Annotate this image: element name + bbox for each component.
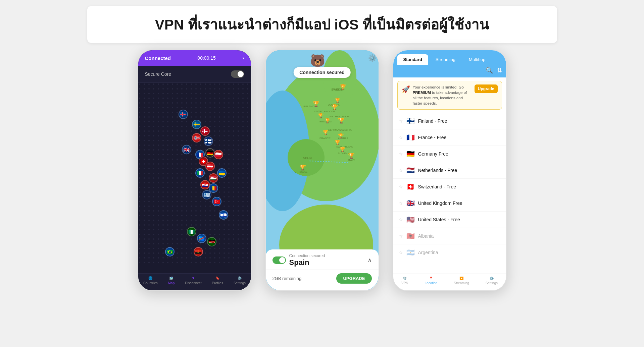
server-item-netherlands[interactable]: ☆ 🇳🇱 Netherlands - Free bbox=[393, 162, 506, 179]
server-item-germany[interactable]: ☆ 🇩🇪 Germany Free bbox=[393, 146, 506, 162]
tab-standard[interactable]: Standard bbox=[397, 54, 428, 65]
flag-ukraine: 🇺🇦 bbox=[217, 168, 227, 178]
connection-badge-text: Connection secured bbox=[299, 70, 345, 75]
svg-text:⚙️: ⚙️ bbox=[368, 54, 377, 62]
server-name-netherlands: Netherlands - Free bbox=[418, 168, 501, 173]
server-item-us[interactable]: ☆ 🇺🇸 United States - Free bbox=[393, 212, 506, 228]
chevron-up-icon[interactable]: ∧ bbox=[367, 256, 372, 264]
star-albania[interactable]: ☆ bbox=[399, 233, 403, 239]
flag-croatia: 🇭🇷 bbox=[200, 180, 210, 189]
phone1-status-bar: Connected 00:00:15 › bbox=[138, 50, 251, 66]
svg-text:🏆: 🏆 bbox=[318, 113, 324, 119]
nav-settings[interactable]: ⚙️ Settings bbox=[234, 276, 246, 285]
p3-nav-location[interactable]: 📍 Location bbox=[425, 277, 438, 285]
rocket-icon: 🚀 bbox=[402, 85, 410, 93]
nav-countries-label: Countries bbox=[143, 281, 158, 285]
nav-profiles[interactable]: 🔖 Profiles bbox=[212, 276, 223, 285]
flag-argentina-list: 🇦🇷 bbox=[406, 248, 415, 256]
star-netherlands[interactable]: ☆ bbox=[399, 168, 403, 173]
svg-text:🏆: 🏆 bbox=[348, 153, 355, 159]
star-us[interactable]: ☆ bbox=[399, 217, 403, 222]
flag-iceland: 🇮🇸 bbox=[179, 110, 188, 119]
secure-core-row: Secure Core bbox=[138, 66, 251, 83]
svg-text:FRANCE: FRANCE bbox=[319, 137, 331, 140]
flag-us-list: 🇺🇸 bbox=[406, 216, 415, 224]
page-header: VPN ที่เราแนะนำต่างก็มีแอป iOS ที่เป็นมิ… bbox=[87, 6, 557, 43]
secure-core-toggle[interactable] bbox=[231, 70, 244, 78]
phones-container: Connected 00:00:15 › Secure Core 🇮🇸 🇸🇪 🇩… bbox=[0, 50, 644, 291]
phone2-connection-info: Connection secured Spain ∧ bbox=[266, 249, 379, 270]
star-argentina[interactable]: ☆ bbox=[399, 250, 403, 255]
server-name-argentina: Argentina bbox=[418, 250, 501, 255]
flag-africa2: 🇰🇪 bbox=[207, 237, 216, 246]
vpn-toggle[interactable] bbox=[273, 256, 286, 264]
upgrade-small-button[interactable]: Upgrade bbox=[475, 84, 498, 93]
nav-countries[interactable]: 🌐 Countries bbox=[143, 276, 158, 285]
premium-text-start: Your experience is limited. Go bbox=[413, 85, 464, 89]
flag-switzerland-list: 🇨🇭 bbox=[406, 183, 415, 191]
server-item-switzerland[interactable]: ☆ 🇨🇭 Switzerland - Free bbox=[393, 179, 506, 195]
flag-uk-list: 🇬🇧 bbox=[406, 199, 415, 207]
star-uk[interactable]: ☆ bbox=[399, 200, 403, 206]
tab-streaming[interactable]: Streaming bbox=[430, 54, 461, 65]
tab-multihop[interactable]: Multihop bbox=[463, 54, 491, 65]
svg-text:SPAIN: SPAIN bbox=[303, 157, 312, 160]
flag-italy: 🇮🇹 bbox=[195, 168, 205, 178]
star-switzerland[interactable]: ☆ bbox=[399, 184, 403, 189]
server-item-finland[interactable]: ☆ 🇫🇮 Finland - Free bbox=[393, 113, 506, 129]
connection-secured-badge: Connection secured bbox=[293, 67, 351, 78]
premium-text: Your experience is limited. Go PREMIUM t… bbox=[413, 84, 472, 106]
phone3-tabs-bar: Standard Streaming Multihop bbox=[393, 50, 506, 65]
server-item-uk[interactable]: ☆ 🇬🇧 United Kingdom Free bbox=[393, 195, 506, 212]
nav-map[interactable]: 🗺️ Map bbox=[168, 276, 175, 285]
star-finland[interactable]: ☆ bbox=[399, 118, 403, 124]
server-item-argentina[interactable]: ☆ 🇦🇷 Argentina bbox=[393, 244, 506, 257]
p3-nav-streaming-label: Streaming bbox=[454, 281, 469, 285]
flag-germany: 🇩🇪 bbox=[205, 148, 215, 158]
svg-text:🏆: 🏆 bbox=[335, 140, 341, 146]
flag-turkey: 🇹🇷 bbox=[212, 197, 221, 206]
nav-disconnect[interactable]: ▼ Disconnect bbox=[185, 276, 201, 285]
connection-row: Connection secured Spain ∧ bbox=[273, 253, 372, 267]
flag-albania-list: 🇦🇱 bbox=[406, 232, 415, 240]
sort-icon[interactable]: ⇅ bbox=[497, 67, 502, 74]
nav-settings-label: Settings bbox=[234, 281, 246, 285]
flag-netherlands: 🇳🇱 bbox=[406, 166, 415, 174]
flag-africa1: 🇨🇩 bbox=[197, 234, 206, 243]
star-germany[interactable]: ☆ bbox=[399, 151, 403, 157]
server-item-albania[interactable]: ☆ 🇦🇱 Albania bbox=[393, 228, 506, 244]
phone2-upgrade-bar: 2GB remaining UPGRADE bbox=[266, 270, 379, 290]
connection-city: Spain bbox=[289, 258, 325, 267]
server-item-france[interactable]: ☆ 🇫🇷 France - Free bbox=[393, 129, 506, 146]
flag-hungary: 🇭🇺 bbox=[209, 173, 218, 183]
phone2-map-area: SWEDEN IRELAND UNITED KINGDOM NETHERLAND… bbox=[266, 50, 379, 258]
premium-banner: 🚀 Your experience is limited. Go PREMIUM… bbox=[397, 81, 502, 110]
search-icon[interactable]: 🔍 bbox=[486, 67, 493, 74]
server-name-us: United States - Free bbox=[418, 217, 501, 222]
server-list: ☆ 🇫🇮 Finland - Free ☆ 🇫🇷 France - Free ☆… bbox=[393, 113, 506, 257]
phone1-bottom-nav: 🌐 Countries 🗺️ Map ▼ Disconnect 🔖 Profil… bbox=[138, 273, 251, 290]
svg-rect-1 bbox=[138, 83, 251, 264]
p3-nav-vpn[interactable]: 🛡️ VPN bbox=[401, 277, 408, 285]
svg-text:UNITED KINGDOM: UNITED KINGDOM bbox=[314, 110, 335, 113]
nav-map-label: Map bbox=[168, 281, 175, 285]
svg-text:🏆: 🏆 bbox=[331, 104, 338, 110]
svg-text:🏆: 🏆 bbox=[325, 118, 331, 124]
server-name-germany: Germany Free bbox=[418, 151, 501, 157]
flag-africa3: 🇦🇴 bbox=[194, 247, 203, 256]
star-france[interactable]: ☆ bbox=[399, 135, 403, 140]
svg-text:🏆: 🏆 bbox=[299, 164, 306, 171]
p3-nav-streaming[interactable]: ▶️ Streaming bbox=[454, 277, 469, 285]
upgrade-button[interactable]: UPGRADE bbox=[336, 273, 371, 284]
flag-denmark: 🇩🇰 bbox=[200, 126, 210, 136]
bear-mascot: 🐻 bbox=[310, 54, 325, 68]
remaining-text: 2GB remaining bbox=[273, 276, 302, 281]
server-name-uk: United Kingdom Free bbox=[418, 200, 501, 206]
svg-text:🏆: 🏆 bbox=[335, 98, 341, 104]
premium-text-bold: PREMIUM bbox=[413, 91, 431, 95]
server-name-switzerland: Switzerland - Free bbox=[418, 184, 501, 189]
p3-nav-settings[interactable]: ⚙️ Settings bbox=[486, 277, 498, 285]
phone1-map-area: 🇮🇸 🇸🇪 🇩🇰 🇳🇴 🇫🇮 🇬🇧 🇫🇷 🇩🇪 🇵🇱 🇨🇭 🇦🇹 🇮🇹 🇭🇺 🇺… bbox=[138, 83, 251, 264]
p3-nav-settings-label: Settings bbox=[486, 281, 498, 285]
flag-finland: 🇫🇮 bbox=[406, 117, 415, 125]
